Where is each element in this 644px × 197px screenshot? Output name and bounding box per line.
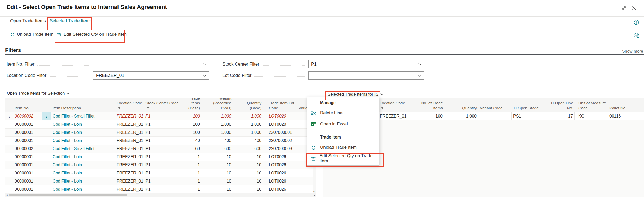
cell-no-of-trade-items[interactable]: 100 xyxy=(410,112,444,120)
cell-trade-item-lot-code[interactable]: 2207000003 xyxy=(263,145,297,153)
column-header-item-description[interactable]: Item Description xyxy=(51,98,115,112)
cell-item-no[interactable]: 00000002 xyxy=(13,145,42,153)
row-options-icon[interactable] xyxy=(42,161,51,169)
cell-trade-items-base[interactable]: 1 xyxy=(181,177,201,185)
table-row[interactable]: 00000001Cod Fillet - LoinFREEZER_01P1404… xyxy=(5,137,316,145)
action-edit-selected-qty-on-trade-item[interactable]: Edit Selected Qty on Trade Item xyxy=(57,32,127,37)
cell-quantity-base[interactable]: 1,000 xyxy=(233,120,263,128)
cell-location-code[interactable]: FREEZER_01 xyxy=(115,112,144,120)
chevron-down-icon[interactable] xyxy=(418,75,421,77)
cell-item-no[interactable]: 00000001 xyxy=(13,129,42,136)
selected-trade-items-dropdown[interactable]: Selected Trade Items for IS xyxy=(328,92,383,97)
table-row[interactable]: 00000001Cod Fillet - LoinFREEZER_01P1110… xyxy=(5,169,316,177)
table-row[interactable]: 00000001Cod Fillet - LoinFREEZER_01P1110… xyxy=(5,161,316,169)
cell-quantity-base[interactable]: 1,000 xyxy=(233,129,263,136)
cell-quantity-base[interactable]: 10 xyxy=(233,185,263,193)
item-no-filter-input[interactable] xyxy=(93,60,209,68)
scrollbar-thumb[interactable] xyxy=(9,194,127,196)
cell-location-code[interactable]: FREEZER_01 xyxy=(115,169,144,177)
cell-item-description[interactable]: Cod Fillet - Loin xyxy=(51,185,115,193)
scroll-right-icon[interactable]: ▸ xyxy=(314,193,315,197)
chevron-down-icon[interactable] xyxy=(203,75,206,77)
cell-trade-items-base[interactable]: 1 xyxy=(181,185,201,193)
cell-trade-item-lot-code[interactable]: LOT0026 xyxy=(263,161,297,169)
cell-weight-recorded-bwu[interactable]: 10 xyxy=(201,161,233,169)
cell-location-code[interactable]: FREEZER_01 xyxy=(115,161,144,169)
cell-item-no[interactable]: 00000001 xyxy=(13,161,42,169)
cell-trade-item-lot-code[interactable]: LOT0026 xyxy=(263,169,297,177)
cell-trade-item-lot-code[interactable]: LOT0026 xyxy=(263,153,297,161)
column-header-stock-center-code[interactable]: Stock Center Code xyxy=(144,98,181,112)
cell-ti-open-line-no[interactable]: 17 xyxy=(543,112,575,120)
stock-center-filter-input[interactable]: P1 xyxy=(308,60,424,68)
cell-item-description[interactable]: Cod Fillet - Loin xyxy=(51,120,115,128)
menu-item-edit-selected-qty-on-trade-item[interactable]: Edit Selected Qty on Trade Item xyxy=(307,153,379,164)
scroll-down-icon[interactable]: ▾ xyxy=(313,190,315,193)
lot-code-filter-input[interactable] xyxy=(308,71,424,80)
cell-item-description[interactable]: Cod Fillet - Loin xyxy=(51,137,115,145)
menu-item-unload-trade-item[interactable]: Unload Trade Item xyxy=(307,142,379,153)
cell-item-description[interactable]: Cod Fillet - Small Fillet xyxy=(51,112,115,120)
cell-trade-items-base[interactable]: 1 xyxy=(181,153,201,161)
cell-weight-recorded-bwu[interactable]: 600 xyxy=(201,145,233,153)
cell-location-code[interactable]: FREEZER_01 xyxy=(115,185,144,193)
cell-weight-recorded-bwu[interactable]: 1,000 xyxy=(201,129,233,136)
cell-item-description[interactable]: Cod Fillet - Loin xyxy=(51,169,115,177)
cell-stock-center-code[interactable]: P1 xyxy=(144,137,181,145)
row-options-icon[interactable] xyxy=(42,145,51,153)
cell-unit-of-measure-code[interactable]: KG xyxy=(575,112,608,120)
column-header-ti-open-stage[interactable]: TI Open Stage xyxy=(512,98,543,112)
row-options-icon[interactable] xyxy=(42,153,51,161)
column-header-pallet-no[interactable]: Pallet No. xyxy=(608,98,641,112)
table-row[interactable]: 00000001Cod Fillet - LoinFREEZER_01P1100… xyxy=(5,120,316,129)
cell-stock-center-code[interactable]: P1 xyxy=(144,153,181,161)
show-more-link[interactable]: Show more xyxy=(622,49,643,54)
location-code-filter-input[interactable]: FREEZER_01 xyxy=(93,71,209,80)
cell-trade-item-lot-code[interactable]: LOT0026 xyxy=(263,177,297,185)
cell-stock-center-code[interactable]: P1 xyxy=(144,120,181,128)
column-header-quantity-base[interactable]: Quantity (Base) xyxy=(233,98,263,112)
table-row[interactable]: 00000002Cod Fillet - Small FilletFREEZER… xyxy=(5,145,316,153)
column-header-unit-of-measure-code[interactable]: Unit of Measure Code xyxy=(575,98,608,112)
column-header-weight-recorded-bwu[interactable]: Weight (Recorded BWU) xyxy=(201,98,233,112)
cell-stock-center-code[interactable]: P1 xyxy=(144,145,181,153)
menu-item-open-in-excel[interactable]: XOpen in Excel xyxy=(307,119,379,130)
tab-open-trade-items[interactable]: Open Trade Items xyxy=(10,18,46,26)
cell-location-code[interactable]: FREEZER_01 xyxy=(115,145,144,153)
cell-weight-recorded-bwu[interactable]: 10 xyxy=(201,177,233,185)
cell-trade-items-base[interactable]: 100 xyxy=(181,112,201,120)
column-header-quantity[interactable]: Quantity xyxy=(444,98,478,112)
chevron-down-icon[interactable] xyxy=(203,63,206,66)
cell-item-description[interactable]: Cod Fillet - Loin xyxy=(51,153,115,161)
cell-location-code[interactable]: FREEZER_01 xyxy=(115,153,144,161)
cell-trade-items-base[interactable]: 100 xyxy=(181,120,201,128)
cell-item-description[interactable]: Cod Fillet - Loin xyxy=(51,161,115,169)
open-trade-items-caption[interactable]: Open Trade Items for Selection xyxy=(7,91,70,96)
cell-location-code[interactable]: FREEZER_01 xyxy=(115,120,144,128)
info-icon[interactable] xyxy=(633,19,640,26)
table-row[interactable]: 00000001Cod Fillet - LoinFREEZER_01P1100… xyxy=(5,129,316,137)
cell-trade-item-lot-code[interactable]: LOT0020 xyxy=(263,112,297,120)
table-row[interactable]: FREEZER_011001,000PS117KG00116 xyxy=(378,112,644,120)
cell-item-no[interactable]: 00000001 xyxy=(13,169,42,177)
cell-item-description[interactable]: Cod Fillet - Small Fillet xyxy=(51,145,115,153)
cell-quantity-base[interactable]: 10 xyxy=(233,153,263,161)
cell-trade-items-base[interactable]: 100 xyxy=(181,129,201,136)
cell-item-no[interactable]: 00000001 xyxy=(13,153,42,161)
cell-item-no[interactable]: 00000001 xyxy=(13,137,42,145)
cell-pallet-no[interactable]: 00116 xyxy=(608,112,641,120)
row-options-icon[interactable] xyxy=(42,169,51,177)
row-options-icon[interactable] xyxy=(42,137,51,145)
cell-weight-recorded-bwu[interactable]: 10 xyxy=(201,169,233,177)
menu-item-delete-line[interactable]: Delete Line xyxy=(307,108,379,119)
cell-item-no[interactable]: 00000001 xyxy=(13,120,42,128)
column-header-trade-items-base[interactable]: Trade Items (Base) xyxy=(181,98,201,112)
row-options-icon[interactable] xyxy=(42,185,51,193)
action-unload-trade-item[interactable]: Unload Trade Item xyxy=(10,32,53,37)
column-header-no-of-trade-items[interactable]: No. of Trade Items xyxy=(410,98,444,112)
cell-trade-items-base[interactable]: 60 xyxy=(181,145,201,153)
horizontal-scrollbar[interactable]: ◂ ▸ xyxy=(5,193,316,197)
cell-quantity-base[interactable]: 1,000 xyxy=(233,112,263,120)
cell-stock-center-code[interactable]: P1 xyxy=(144,185,181,193)
row-options-icon[interactable] xyxy=(42,177,51,185)
